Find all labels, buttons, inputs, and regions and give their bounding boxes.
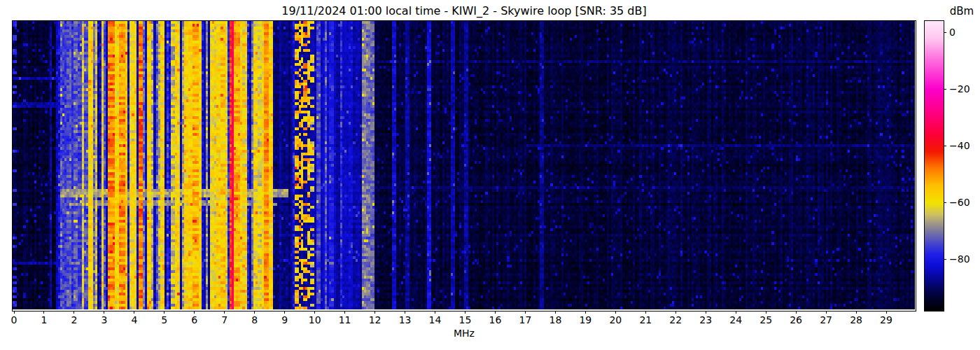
- colorbar-tick-label: −20: [949, 84, 970, 94]
- x-tick-label: 12: [363, 314, 387, 326]
- x-tick-mark: [585, 311, 586, 314]
- x-tick-label: 15: [454, 314, 477, 326]
- waterfall-figure: 19/11/2024 01:00 local time - KIWI_2 - S…: [0, 0, 980, 350]
- colorbar-tick-label: −80: [949, 254, 970, 264]
- colorbar-unit-label: dBm: [941, 5, 980, 18]
- x-tick-mark: [284, 311, 285, 314]
- x-tick-mark: [465, 311, 465, 314]
- x-tick-label: 26: [784, 314, 808, 326]
- x-tick-label: 28: [844, 314, 868, 326]
- x-tick-mark: [495, 311, 496, 314]
- x-tick-mark: [164, 311, 164, 314]
- x-tick-mark: [706, 311, 706, 314]
- x-tick-mark: [796, 311, 797, 314]
- x-tick-mark: [134, 311, 134, 314]
- x-tick-mark: [374, 311, 375, 314]
- chart-title: 19/11/2024 01:00 local time - KIWI_2 - S…: [13, 4, 916, 18]
- colorbar-tick-mark: [944, 32, 946, 33]
- x-tick-label: 10: [303, 314, 327, 326]
- x-tick-mark: [676, 311, 676, 314]
- x-tick-mark: [826, 311, 827, 314]
- x-tick-label: 16: [483, 314, 507, 326]
- x-tick-mark: [43, 311, 44, 314]
- colorbar-tick-mark: [944, 259, 946, 260]
- x-tick-mark: [555, 311, 556, 314]
- x-tick-label: 6: [183, 314, 206, 326]
- x-tick-label: 0: [2, 314, 26, 326]
- x-tick-label: 5: [153, 314, 176, 326]
- colorbar-gradient: [925, 21, 944, 311]
- colorbar-tick-label: −60: [949, 197, 970, 207]
- x-tick-label: 2: [62, 314, 86, 326]
- x-tick-label: 29: [874, 314, 898, 326]
- x-tick-mark: [435, 311, 435, 314]
- x-tick-label: 4: [122, 314, 146, 326]
- x-tick-label: 20: [603, 314, 627, 326]
- x-tick-label: 17: [513, 314, 537, 326]
- plot-area: [12, 20, 916, 312]
- x-tick-mark: [525, 311, 526, 314]
- x-tick-label: 21: [634, 314, 657, 326]
- x-tick-mark: [736, 311, 736, 314]
- x-tick-label: 8: [243, 314, 267, 326]
- colorbar: [924, 20, 944, 312]
- x-tick-label: 14: [424, 314, 447, 326]
- x-tick-mark: [254, 311, 255, 314]
- x-tick-label: 19: [573, 314, 597, 326]
- x-tick-mark: [886, 311, 887, 314]
- x-tick-mark: [856, 311, 857, 314]
- x-tick-mark: [344, 311, 345, 314]
- x-tick-label: 11: [333, 314, 357, 326]
- waterfall-heatmap: [13, 21, 915, 309]
- x-axis-label: MHz: [13, 328, 916, 339]
- colorbar-tick-mark: [944, 146, 946, 146]
- x-tick-label: 1: [32, 314, 56, 326]
- x-tick-mark: [645, 311, 646, 314]
- colorbar-tick-mark: [944, 89, 946, 90]
- x-tick-label: 22: [664, 314, 687, 326]
- x-tick-label: 9: [273, 314, 297, 326]
- x-tick-mark: [74, 311, 74, 314]
- x-tick-label: 3: [92, 314, 116, 326]
- x-tick-label: 18: [543, 314, 567, 326]
- x-tick-mark: [224, 311, 225, 314]
- x-tick-label: 23: [694, 314, 718, 326]
- x-tick-label: 25: [754, 314, 778, 326]
- x-tick-mark: [615, 311, 616, 314]
- x-tick-mark: [405, 311, 405, 314]
- x-tick-mark: [314, 311, 315, 314]
- x-tick-label: 27: [814, 314, 838, 326]
- x-tick-label: 7: [213, 314, 237, 326]
- x-tick-label: 13: [393, 314, 417, 326]
- colorbar-tick-mark: [944, 202, 946, 203]
- x-tick-mark: [194, 311, 195, 314]
- x-tick-label: 24: [724, 314, 748, 326]
- colorbar-tick-label: 0: [949, 27, 955, 37]
- colorbar-tick-label: −40: [949, 141, 970, 150]
- x-tick-mark: [766, 311, 766, 314]
- x-tick-mark: [104, 311, 104, 314]
- x-tick-mark: [14, 311, 15, 314]
